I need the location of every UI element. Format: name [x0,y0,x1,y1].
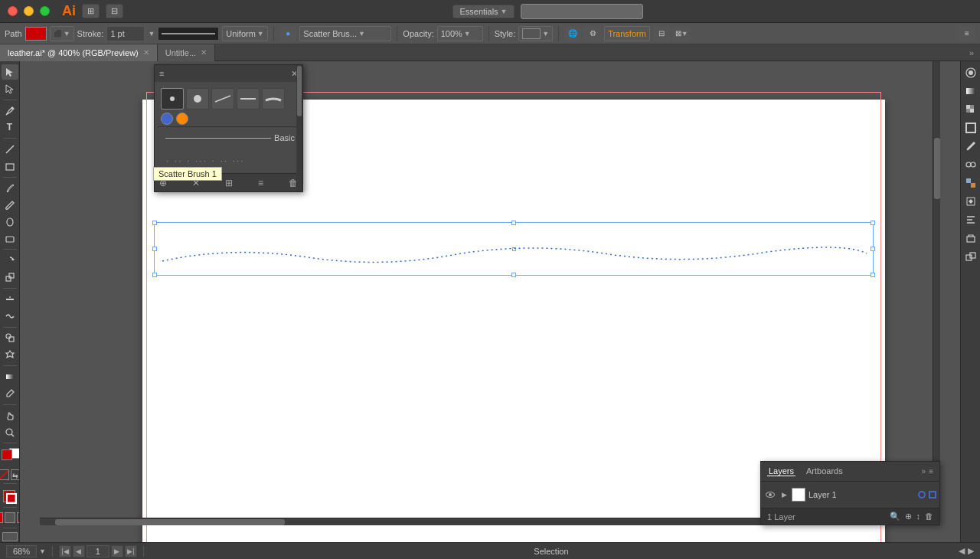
close-button[interactable] [8,6,18,16]
panel-toggle-button[interactable]: ≡ [959,26,975,41]
transform-dropdown[interactable]: Transform [604,26,650,41]
rp-stroke-button[interactable] [962,119,979,136]
screen-mode-button[interactable]: ⊟ [106,4,123,18]
brush-color-blue-swatch[interactable] [161,113,173,125]
direct-select-tool[interactable] [2,81,18,96]
settings-button[interactable]: ⚙ [584,26,601,41]
brush-type-line-angle[interactable] [237,88,260,110]
stroke-indicator[interactable] [6,493,17,504]
selection-tool[interactable] [2,64,18,80]
zoom-tool[interactable] [2,425,18,440]
gradient-mode-button[interactable] [5,512,15,523]
brush-item-basic[interactable]: Basic [158,127,299,149]
align-button[interactable]: ⊟ [653,26,670,41]
move-to-button[interactable]: ↕ [916,512,921,521]
essentials-button[interactable]: Essentials ▼ [452,5,514,18]
canvas-vscroll-thumb[interactable] [934,138,940,199]
close-icon[interactable]: ✕ [201,48,207,57]
prev-page-button[interactable]: ◀ [73,545,85,557]
canvas-horizontal-scrollbar[interactable] [40,518,773,525]
maximize-button[interactable] [40,6,50,16]
page-field[interactable] [87,545,109,557]
canvas-area[interactable]: ≡ ✕ [20,61,960,542]
scale-tool[interactable] [2,270,18,285]
pen-tool[interactable] [2,103,18,119]
brush-color-indicator[interactable]: ● [279,26,296,41]
blob-brush-tool[interactable] [2,214,18,230]
rp-align-button[interactable] [962,211,979,228]
layer-visibility-toggle[interactable] [764,489,776,501]
rp-brush-button[interactable] [962,138,979,155]
line-tool[interactable] [2,142,18,157]
pathfinder-button[interactable]: ⊠ ▼ [673,26,690,41]
brush-panel-menu-icon[interactable]: ≡ [159,69,164,78]
tabs-expand-button[interactable]: » [963,48,980,57]
canvas-vertical-scrollbar[interactable] [933,61,940,525]
tab-untitled[interactable]: Untitle... ✕ [158,44,215,61]
arrange-button[interactable]: ⊞ [82,4,100,18]
brush-panel-scrollbar[interactable] [296,65,302,191]
brush-panel-scroll-thumb[interactable] [297,66,302,116]
swap-colors-button[interactable]: ⇆ [11,469,21,480]
brush-type-callig[interactable] [262,88,285,110]
brush-type-line-thin[interactable] [211,88,234,110]
layers-expand-button[interactable]: » ≡ [922,467,933,476]
rp-graphic-styles-button[interactable] [962,175,979,191]
delete-layer-button[interactable]: 🗑 [925,512,933,521]
status-right-arrow[interactable]: ▶ [968,546,974,556]
zoom-field[interactable] [6,545,37,557]
canvas-hscroll-thumb[interactable] [55,519,285,525]
rp-color-button[interactable] [962,64,979,81]
status-left-arrow[interactable]: ◀ [959,546,965,556]
rp-pathfinder-button[interactable] [962,248,979,265]
brush-duplicate-button[interactable]: ⊞ [225,178,233,188]
brush-dropdown[interactable]: Scatter Brus... ▼ [299,26,391,41]
shape-builder-tool[interactable] [2,330,18,345]
brush-item-scatter[interactable]: · ·· · ··· · ·· ··· [158,149,299,170]
selected-path[interactable] [154,222,874,283]
close-icon[interactable]: ✕ [143,48,149,57]
tab-leather[interactable]: leather.ai* @ 400% (RGB/Preview) ✕ [0,44,158,61]
new-layer-button[interactable]: ⊕ [905,512,912,521]
layer-color-indicator[interactable] [918,491,926,499]
next-page-button[interactable]: ▶ [111,545,123,557]
screen-mode-button[interactable] [2,532,18,541]
none-fill-button[interactable] [0,469,9,480]
first-page-button[interactable]: |◀ [59,545,71,557]
layer-expand-arrow[interactable]: ▶ [779,490,789,499]
rp-symbols-button[interactable] [962,156,979,173]
rp-gradient-button[interactable] [962,83,979,100]
stroke-weight-field[interactable] [106,26,145,41]
brush-type-dot-small[interactable] [161,88,184,110]
brush-new-button[interactable]: ⊕ [159,178,167,188]
rp-transform-button[interactable] [962,230,979,247]
rp-appearance-button[interactable] [962,193,979,210]
paintbrush-tool[interactable] [2,198,18,213]
rp-transparency-button[interactable] [962,101,979,118]
search-layer-button[interactable]: 🔍 [890,512,900,521]
rotate-tool[interactable] [2,253,18,268]
globe-button[interactable]: 🌐 [564,26,581,41]
tab-layers[interactable]: Layers [767,466,795,476]
eraser-tool[interactable] [2,230,18,246]
color-mode-button[interactable] [0,512,3,523]
gradient-tool[interactable] [2,369,18,384]
last-page-button[interactable]: ▶| [125,545,137,557]
stroke-style-dropdown[interactable]: Uniform ▼ [222,26,268,41]
tab-artboards[interactable]: Artboards [805,466,844,476]
stroke-type-selector[interactable]: ⬛ ▼ [50,26,74,41]
layer-target-button[interactable] [929,491,936,499]
foreground-color-swatch[interactable] [2,449,12,460]
pencil-tool[interactable] [2,181,18,196]
minimize-button[interactable] [24,6,34,16]
eyedropper-tool[interactable] [2,386,18,401]
stroke-color-box[interactable] [25,27,47,41]
opacity-dropdown[interactable]: 100% ▼ [437,26,483,41]
brush-color-orange-swatch[interactable] [176,113,188,125]
live-paint-tool[interactable] [2,347,18,362]
brush-type-dot-large[interactable] [186,88,209,110]
width-tool[interactable] [2,292,18,307]
warp-tool[interactable] [2,309,18,324]
type-tool[interactable]: T [2,119,18,135]
brush-delete-button[interactable]: ✕ [192,178,200,188]
